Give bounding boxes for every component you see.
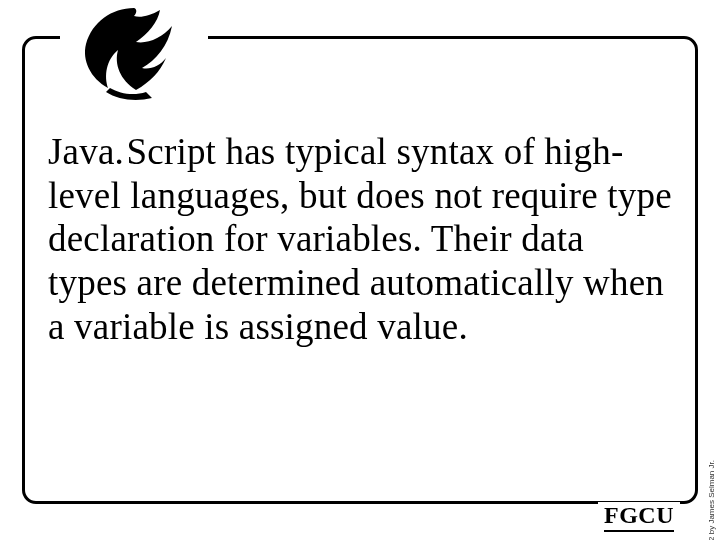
footer-logo-text: FGCU (604, 502, 674, 528)
eagle-logo-icon (64, 2, 204, 102)
eagle-logo (60, 2, 208, 102)
body-text: Java. Script has typical syntax of high-… (48, 130, 672, 348)
footer-logo: FGCU (598, 502, 680, 532)
copyright-text: Copyright © 2002 by James Selman Jr. (707, 460, 716, 540)
slide: Java. Script has typical syntax of high-… (0, 0, 720, 540)
footer-logo-underline (604, 530, 674, 532)
